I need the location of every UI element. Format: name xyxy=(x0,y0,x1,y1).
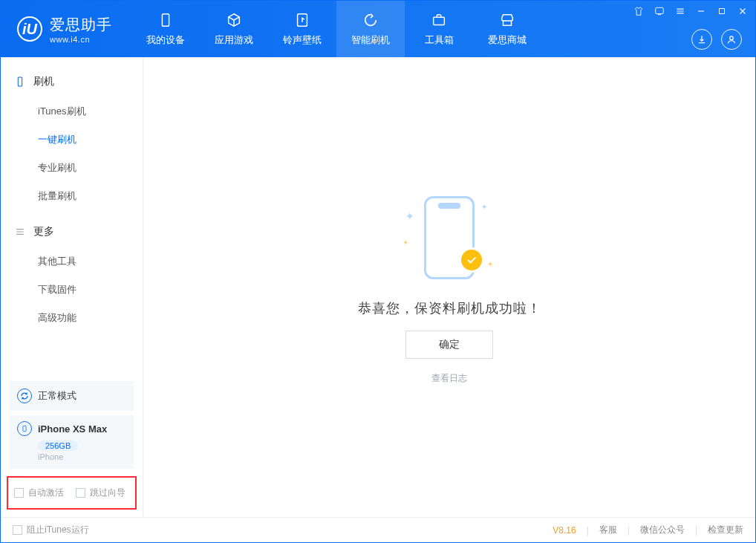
group-title: 更多 xyxy=(33,225,54,238)
list-icon xyxy=(14,226,26,238)
block-itunes-checkbox[interactable]: 阻止iTunes运行 xyxy=(13,524,89,536)
nav-toolbox[interactable]: 工具箱 xyxy=(405,1,473,57)
device-name: iPhone XS Max xyxy=(38,423,107,435)
shirt-icon[interactable] xyxy=(632,4,645,18)
device-type: iPhone xyxy=(38,452,126,461)
device-area: 正常模式 iPhone XS Max 256GB iPhone 自动激活 xyxy=(1,377,143,517)
device-info-box[interactable]: iPhone XS Max 256GB iPhone xyxy=(10,415,134,469)
nav-store[interactable]: 爱思商城 xyxy=(473,1,541,57)
nav-label: 铃声壁纸 xyxy=(283,33,322,47)
logo-area: iU 爱思助手 www.i4.cn xyxy=(1,15,126,44)
checkbox-icon xyxy=(76,488,85,498)
sidebar-item-advanced[interactable]: 高级功能 xyxy=(1,304,143,332)
sparkle-icon: ✦ xyxy=(405,210,414,222)
nav-smart-flash[interactable]: 智能刷机 xyxy=(336,1,405,57)
logo-icon: iU xyxy=(17,16,42,42)
nav-label: 爱思商城 xyxy=(488,33,527,47)
feedback-icon[interactable] xyxy=(653,4,666,18)
svg-rect-6 xyxy=(18,77,22,86)
footer-right: V8.16 | 客服 | 微信公众号 | 检查更新 xyxy=(553,524,743,536)
success-illustration: ✦ ✦ ✦ ✦ xyxy=(401,189,498,286)
main-content: ✦ ✦ ✦ ✦ 恭喜您，保资料刷机成功啦！ 确定 查看日志 xyxy=(143,57,755,517)
sidebar-item-itunes-flash[interactable]: iTunes刷机 xyxy=(1,97,143,126)
support-link[interactable]: 客服 xyxy=(599,524,617,536)
sidebar-item-batch-flash[interactable]: 批量刷机 xyxy=(1,182,143,210)
sync-icon xyxy=(362,11,379,29)
sidebar-scroll: 刷机 iTunes刷机 一键刷机 专业刷机 批量刷机 更多 其他工具 下载固件 … xyxy=(1,57,143,377)
checkbox-label: 跳过向导 xyxy=(90,487,126,499)
user-button[interactable] xyxy=(721,29,742,50)
nav-label: 智能刷机 xyxy=(351,33,390,47)
checkbox-label: 阻止iTunes运行 xyxy=(27,524,89,536)
divider: | xyxy=(628,525,630,536)
view-log-link[interactable]: 查看日志 xyxy=(431,372,467,385)
divider: | xyxy=(587,525,589,536)
success-message: 恭喜您，保资料刷机成功啦！ xyxy=(358,299,541,317)
more-menu: 其他工具 下载固件 高级功能 xyxy=(1,244,143,341)
version-label: V8.16 xyxy=(553,525,576,536)
header: iU 爱思助手 www.i4.cn 我的设备 应用游戏 铃声壁纸 智能刷机 xyxy=(1,1,755,57)
logo-text: 爱思助手 www.i4.cn xyxy=(50,15,112,44)
cube-icon xyxy=(225,11,243,29)
download-button[interactable] xyxy=(691,29,712,50)
nav-ringtone-wallpaper[interactable]: 铃声壁纸 xyxy=(268,1,336,57)
nav-label: 我的设备 xyxy=(146,33,185,47)
app-subtitle: www.i4.cn xyxy=(50,35,112,44)
nav-my-device[interactable]: 我的设备 xyxy=(131,1,200,57)
maximize-icon[interactable] xyxy=(715,4,729,18)
menu-icon[interactable] xyxy=(674,4,687,18)
svg-rect-5 xyxy=(720,9,725,14)
auto-activate-checkbox[interactable]: 自动激活 xyxy=(14,487,64,499)
nav-label: 应用游戏 xyxy=(215,33,253,47)
svg-rect-4 xyxy=(656,7,664,13)
flash-menu: iTunes刷机 一键刷机 专业刷机 批量刷机 xyxy=(1,94,143,219)
sidebar-group-more: 更多 xyxy=(1,219,143,244)
svg-point-3 xyxy=(730,36,734,40)
svg-rect-2 xyxy=(434,17,445,25)
app-window: iU 爱思助手 www.i4.cn 我的设备 应用游戏 铃声壁纸 智能刷机 xyxy=(0,0,756,543)
app-title: 爱思助手 xyxy=(50,15,112,35)
storefront-icon xyxy=(498,11,516,29)
device-capacity-badge: 256GB xyxy=(38,440,78,451)
device-icon xyxy=(14,76,26,88)
skip-guide-checkbox[interactable]: 跳过向导 xyxy=(76,487,126,499)
footer: 阻止iTunes运行 V8.16 | 客服 | 微信公众号 | 检查更新 xyxy=(1,517,755,542)
sidebar-group-flash: 刷机 xyxy=(1,69,143,94)
sidebar: 刷机 iTunes刷机 一键刷机 专业刷机 批量刷机 更多 其他工具 下载固件 … xyxy=(1,57,143,517)
wechat-link[interactable]: 微信公众号 xyxy=(640,524,685,536)
sidebar-item-other-tools[interactable]: 其他工具 xyxy=(1,247,143,276)
svg-rect-7 xyxy=(23,426,26,432)
header-right-buttons xyxy=(691,29,742,50)
highlighted-options-area: 自动激活 跳过向导 xyxy=(7,476,137,510)
close-icon[interactable] xyxy=(736,4,749,18)
title-bar-controls xyxy=(632,4,749,18)
check-badge-icon xyxy=(459,247,484,273)
svg-rect-0 xyxy=(162,14,169,27)
briefcase-icon xyxy=(430,11,448,29)
nav-label: 工具箱 xyxy=(425,33,454,47)
ok-button[interactable]: 确定 xyxy=(405,331,493,359)
group-title: 刷机 xyxy=(33,75,54,88)
normal-mode-box[interactable]: 正常模式 xyxy=(10,381,134,411)
minimize-icon[interactable] xyxy=(694,4,708,18)
normal-mode-label: 正常模式 xyxy=(38,389,76,403)
sidebar-item-oneclick-flash[interactable]: 一键刷机 xyxy=(1,126,143,154)
phone-icon xyxy=(157,11,175,29)
sparkle-icon: ✦ xyxy=(481,203,487,211)
checkbox-label: 自动激活 xyxy=(28,487,64,499)
nav-apps-games[interactable]: 应用游戏 xyxy=(200,1,268,57)
sidebar-item-pro-flash[interactable]: 专业刷机 xyxy=(1,154,143,182)
divider: | xyxy=(695,525,697,536)
sync-status-icon xyxy=(17,388,32,403)
music-file-icon xyxy=(293,11,311,29)
sidebar-item-download-firmware[interactable]: 下载固件 xyxy=(1,276,143,304)
check-update-link[interactable]: 检查更新 xyxy=(708,524,743,536)
checkbox-icon xyxy=(13,525,22,535)
body: 刷机 iTunes刷机 一键刷机 专业刷机 批量刷机 更多 其他工具 下载固件 … xyxy=(1,57,755,517)
sparkle-icon: ✦ xyxy=(487,260,493,268)
top-nav: 我的设备 应用游戏 铃声壁纸 智能刷机 工具箱 爱思商城 xyxy=(131,1,541,57)
checkbox-icon xyxy=(14,488,24,498)
connected-phone-icon xyxy=(17,421,32,436)
sparkle-icon: ✦ xyxy=(403,238,408,247)
